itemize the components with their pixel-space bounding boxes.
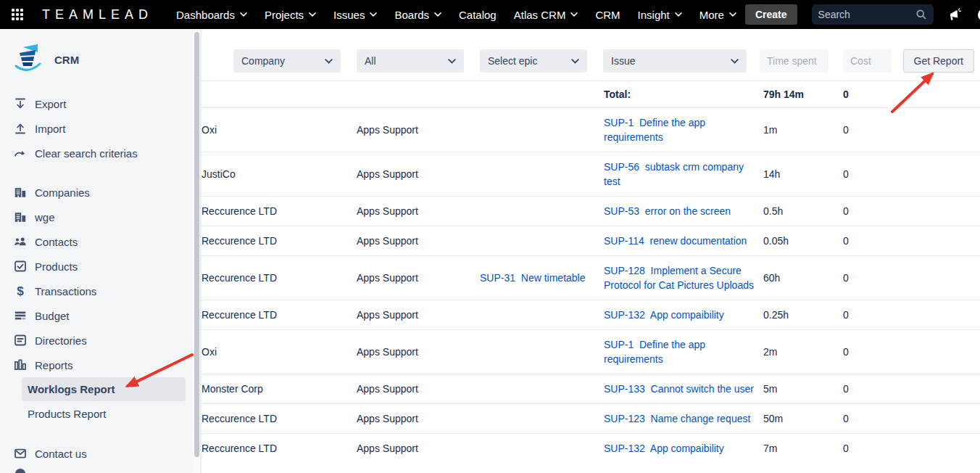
- sidebar-subitem-worklogs-report[interactable]: Worklogs Report: [22, 377, 186, 401]
- cost-cell: 0: [843, 374, 980, 404]
- chevron-down-icon: [448, 59, 456, 64]
- primary-nav: DashboardsProjectsIssuesBoardsCatalogAtl…: [167, 9, 745, 21]
- nav-item-issues[interactable]: Issues: [333, 9, 377, 21]
- issue-cell: SUP-53 error on the screen: [604, 197, 763, 226]
- nav-item-label: Catalog: [459, 9, 497, 21]
- issue-cell: SUP-1 Define the app requirements: [604, 330, 763, 374]
- crm-logo: CRM: [10, 42, 193, 77]
- sidebar-item-products[interactable]: Products: [0, 254, 193, 279]
- app-switcher-icon[interactable]: [12, 9, 23, 20]
- issue-link[interactable]: SUP-132 App compaibility: [604, 443, 724, 454]
- sidebar-item-label: Import: [35, 123, 66, 135]
- total-cost: 0: [843, 81, 980, 108]
- nav-item-catalog[interactable]: Catalog: [459, 9, 497, 21]
- issue-cell: SUP-114 renew documentation: [604, 226, 763, 256]
- sidebar-item-contact-us[interactable]: Contact us: [0, 441, 193, 466]
- nav-item-dashboards[interactable]: Dashboards: [176, 9, 247, 21]
- time-spent-input[interactable]: Time spent: [760, 49, 829, 73]
- worklog-row: Reccurence LTDApps SupportSUP-31 New tim…: [202, 256, 980, 300]
- sidebar-item-import[interactable]: Import: [0, 116, 193, 141]
- epic-cell: [480, 374, 604, 404]
- sidebar-item-reports[interactable]: Reports: [0, 353, 193, 377]
- export-icon: [13, 96, 28, 111]
- issue-link[interactable]: SUP-123 Name change request: [604, 413, 750, 424]
- sidebar-subitem-products-report[interactable]: Products Report: [22, 401, 186, 426]
- topbar-right-cluster: Create ? ⚙: [745, 4, 980, 25]
- sidebar-scrollbar-thumb[interactable]: [194, 32, 199, 457]
- worklog-row: OxiApps SupportSUP-1 Define the app requ…: [202, 330, 980, 374]
- nav-item-crm[interactable]: CRM: [595, 9, 620, 21]
- time-spent-cell: 0.25h: [763, 300, 843, 330]
- issue-filter-dropdown[interactable]: Issue: [603, 49, 747, 73]
- issue-link[interactable]: SUP-133 Cannot switch the user: [604, 383, 754, 395]
- time-spent-cell: 0.5h: [763, 197, 843, 226]
- company-cell: JustiCo: [202, 152, 357, 197]
- time-spent-cell: 50m: [763, 404, 843, 434]
- search-input[interactable]: [818, 9, 915, 20]
- sidebar-item-wge[interactable]: wge: [0, 205, 193, 229]
- budget-lines-icon: [13, 308, 28, 323]
- total-time-spent: 79h 14m: [763, 81, 843, 108]
- nav-item-insight[interactable]: Insight: [638, 9, 682, 21]
- time-spent-cell: 14h: [763, 152, 843, 197]
- search-box[interactable]: [812, 4, 934, 25]
- announcement-megaphone-icon[interactable]: [948, 7, 963, 22]
- epic-cell: [480, 197, 604, 226]
- sidebar-item-companies[interactable]: Companies: [0, 180, 193, 205]
- people-icon: [13, 234, 28, 249]
- epic-filter-value: Select epic: [488, 55, 537, 67]
- cost-cell: 0: [843, 152, 980, 197]
- nav-item-label: Dashboards: [176, 9, 235, 21]
- epic-filter-dropdown[interactable]: Select epic: [480, 49, 587, 73]
- nav-item-boards[interactable]: Boards: [394, 9, 441, 21]
- nav-item-atlas-crm[interactable]: Atlas CRM: [514, 9, 578, 21]
- total-label: Total:: [604, 81, 763, 108]
- get-report-button[interactable]: Get Report: [903, 49, 974, 73]
- company-cell: Reccurence LTD: [202, 256, 357, 300]
- nav-item-label: More: [699, 9, 724, 21]
- nav-item-more[interactable]: More: [699, 9, 736, 21]
- issue-filter-value: Issue: [611, 55, 635, 67]
- sidebar-item-label: Budget: [35, 310, 70, 322]
- sidebar-item-contacts[interactable]: Contacts: [0, 229, 193, 254]
- chevron-down-icon: [570, 12, 578, 17]
- sidebar-item-budget[interactable]: Budget: [0, 303, 193, 328]
- epic-cell: [480, 226, 604, 256]
- worklog-row: Reccurence LTDApps SupportSUP-132 App co…: [202, 300, 980, 330]
- sidebar-item-label: Directories: [35, 334, 87, 347]
- nav-item-label: Boards: [394, 9, 429, 21]
- topbar-icons: ? ⚙: [948, 7, 980, 22]
- project-cell: Apps Support: [357, 374, 480, 404]
- epic-link[interactable]: SUP-31 New timetable: [480, 272, 586, 284]
- issue-link[interactable]: SUP-128 Implement a Secure Protocol for …: [604, 265, 754, 291]
- clear-redo-icon: [13, 146, 28, 160]
- sidebar-app-title: CRM: [54, 54, 79, 66]
- issue-link[interactable]: SUP-1 Define the app requirements: [604, 117, 708, 143]
- nav-item-projects[interactable]: Projects: [265, 9, 316, 21]
- company-filter-dropdown[interactable]: Company: [233, 49, 341, 73]
- app-logo[interactable]: TEAMLEAD: [42, 7, 153, 22]
- issue-link[interactable]: SUP-53 error on the screen: [604, 205, 731, 217]
- issue-link[interactable]: SUP-132 App compaibility: [604, 309, 724, 321]
- company-cell: Oxi: [202, 108, 357, 152]
- sidebar-item-export[interactable]: Export: [0, 91, 193, 116]
- sidebar-item-clear-search-criterias[interactable]: Clear search criterias: [0, 141, 193, 165]
- cost-cell: 0: [843, 300, 980, 330]
- create-button[interactable]: Create: [745, 4, 797, 25]
- company-cell: Reccurence LTD: [202, 404, 357, 434]
- cost-cell: 0: [843, 434, 980, 464]
- issue-link[interactable]: SUP-114 renew documentation: [604, 235, 747, 247]
- company-cell: Reccurence LTD: [202, 434, 357, 464]
- total-empty: [480, 81, 604, 108]
- issue-link[interactable]: SUP-56 subtask crm company test: [604, 161, 747, 187]
- sidebar-item-directories[interactable]: Directories: [0, 328, 193, 353]
- cost-input[interactable]: Cost: [843, 49, 892, 73]
- issue-link[interactable]: SUP-1 Define the app requirements: [604, 339, 708, 365]
- help-icon[interactable]: ?: [978, 9, 980, 21]
- sidebar-item-transactions[interactable]: $Transactions: [0, 279, 193, 303]
- status-filter-dropdown[interactable]: All: [357, 49, 464, 73]
- project-cell: Apps Support: [357, 108, 480, 152]
- import-icon: [13, 121, 28, 136]
- cost-cell: 0: [843, 256, 980, 300]
- crm-cup-logo-icon: [10, 42, 45, 77]
